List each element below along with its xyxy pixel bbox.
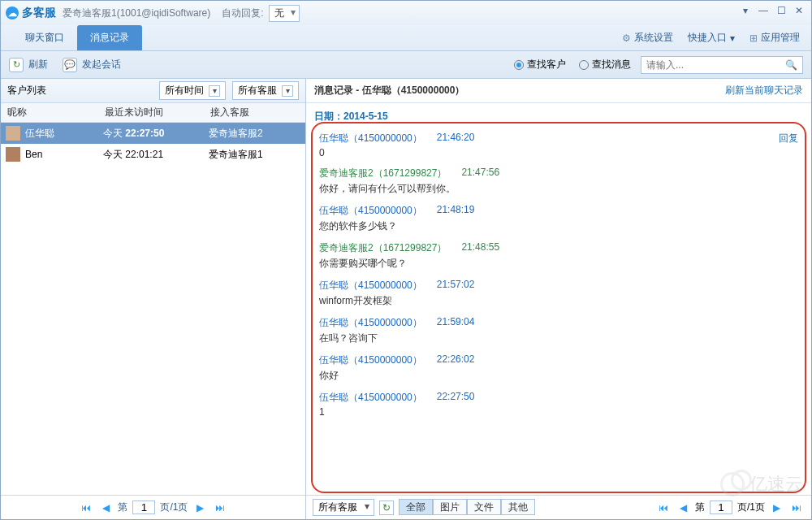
watermark-icon: [720, 472, 745, 496]
message-header: 伍华聪（4150000000）21:48:19: [319, 204, 798, 218]
message-body: winform开发框架: [319, 294, 798, 308]
tab-chat-window[interactable]: 聊天窗口: [12, 25, 77, 50]
app-logo-icon: ☁: [6, 6, 19, 20]
date-header: 日期：2014-5-15: [306, 103, 811, 125]
filter-图片[interactable]: 图片: [433, 499, 467, 515]
message-header: 爱奇迪客服2（1671299827）21:47:56: [319, 167, 798, 180]
maximize-icon[interactable]: ☐: [772, 3, 790, 18]
quick-entry-link[interactable]: 快捷入口▾: [688, 31, 735, 45]
filter-agent-dropdown[interactable]: 所有客服▾: [232, 81, 299, 100]
search-icon[interactable]: 🔍: [780, 59, 802, 71]
avatar: [6, 147, 20, 162]
titlebar: ☁ 多客服 爱奇迪客服1(1001@iqidiSoftware) 自动回复: 无…: [1, 1, 811, 25]
table-row[interactable]: 伍华聪 今天 22:27:50 爱奇迪客服2: [1, 123, 305, 144]
system-settings-link[interactable]: ⚙系统设置: [622, 31, 673, 45]
message-body: 0: [319, 147, 798, 158]
filter-全部[interactable]: 全部: [399, 499, 433, 515]
message-body: 在吗？咨询下: [319, 332, 798, 345]
refresh-button[interactable]: ↻刷新: [9, 58, 48, 72]
pager-input[interactable]: [710, 500, 732, 514]
chevron-down-icon: ▾: [282, 85, 293, 97]
pager-next-icon[interactable]: ▶: [770, 502, 784, 514]
bottom-bar: 所有客服 ↻ 全部图片文件其他 ⏮ ◀ 第 页/1页 ▶ ⏭: [306, 495, 811, 519]
auto-reply-label: 自动回复:: [222, 6, 263, 20]
app-manage-link[interactable]: ⊞应用管理: [749, 31, 800, 45]
avatar: [6, 126, 20, 141]
chevron-down-icon: ▾: [730, 32, 735, 44]
app-title: 多客服: [22, 6, 56, 20]
pager-next-icon[interactable]: ▶: [193, 502, 207, 514]
refresh-icon: ↻: [9, 58, 24, 72]
message-body: 1: [319, 406, 798, 418]
search-box: 🔍: [641, 56, 803, 74]
bottom-agent-dropdown[interactable]: 所有客服: [313, 499, 374, 516]
pager-last-icon[interactable]: ⏭: [212, 502, 228, 514]
radio-find-message-label: 查找消息: [592, 58, 631, 72]
auto-reply: 自动回复: 无: [222, 5, 299, 22]
apps-icon: ⊞: [749, 32, 758, 44]
pager-first-icon[interactable]: ⏮: [655, 502, 672, 514]
message-header: 伍华聪（4150000000）21:46:20回复: [319, 132, 798, 145]
customer-list-panel: 客户列表 所有时间▾ 所有客服▾ 昵称 最近来访时间 接入客服 伍华聪 今天 2…: [1, 79, 306, 519]
message-body: 你好，请问有什么可以帮到你。: [319, 182, 798, 196]
chat-icon: 💬: [63, 58, 77, 72]
reply-link[interactable]: 回复: [779, 132, 798, 145]
watermark: 亿速云: [720, 472, 803, 496]
gear-icon: ⚙: [622, 32, 631, 44]
message-log-panel: 消息记录 - 伍华聪（4150000000） 刷新当前聊天记录 日期：2014-…: [306, 79, 811, 519]
pager-first-icon[interactable]: ⏮: [78, 502, 94, 514]
customer-list-title: 客户列表: [7, 84, 46, 98]
message-header: 伍华聪（4150000000）22:27:50: [319, 391, 798, 405]
col-nickname: 昵称: [1, 103, 98, 122]
message-body: 你好: [319, 369, 798, 383]
message-header: 爱奇迪客服2（1671299827）21:48:55: [319, 241, 798, 255]
customer-rows: 伍华聪 今天 22:27:50 爱奇迪客服2 Ben 今天 22:01:21 爱…: [1, 123, 305, 165]
close-icon[interactable]: ✕: [790, 3, 808, 18]
col-agent: 接入客服: [204, 103, 305, 122]
tab-message-log[interactable]: 消息记录: [77, 25, 142, 50]
filter-文件[interactable]: 文件: [467, 499, 501, 515]
pager-last-icon[interactable]: ⏭: [788, 502, 805, 514]
minimize-icon[interactable]: —: [754, 3, 772, 18]
auto-reply-dropdown[interactable]: 无: [269, 5, 300, 22]
window-dropdown-icon[interactable]: ▾: [736, 3, 754, 18]
message-header: 伍华聪（4150000000）22:26:02: [319, 353, 798, 367]
table-row[interactable]: Ben 今天 22:01:21 爱奇迪客服1: [1, 144, 305, 165]
toolbar: ↻刷新 💬发起会话 查找客户 查找消息 🔍: [1, 51, 811, 79]
left-pager: ⏮ ◀ 第 页/1页 ▶ ⏭: [1, 495, 305, 519]
start-conversation-button[interactable]: 💬发起会话: [63, 58, 121, 72]
pager-prev-icon[interactable]: ◀: [676, 502, 690, 514]
pager-prev-icon[interactable]: ◀: [99, 502, 113, 514]
messages: 伍华聪（4150000000）21:46:20回复0爱奇迪客服2（1671299…: [314, 125, 803, 432]
radio-find-message[interactable]: [579, 60, 589, 70]
message-header: 伍华聪（4150000000）21:59:04: [319, 316, 798, 330]
message-log-title: 消息记录 - 伍华聪（4150000000）: [314, 84, 464, 98]
chevron-down-icon: ▾: [209, 85, 220, 97]
main-tabs-bar: 聊天窗口 消息记录 ⚙系统设置 快捷入口▾ ⊞应用管理: [1, 25, 811, 51]
col-last-visit: 最近来访时间: [98, 103, 204, 122]
radio-find-customer-label: 查找客户: [527, 58, 566, 72]
radio-find-customer[interactable]: [514, 60, 524, 70]
customer-list-header: 昵称 最近来访时间 接入客服: [1, 103, 305, 123]
refresh-log-link[interactable]: 刷新当前聊天记录: [725, 84, 803, 98]
message-body: 你需要购买哪个呢？: [319, 257, 798, 271]
filter-其他[interactable]: 其他: [501, 499, 535, 515]
refresh-icon[interactable]: ↻: [379, 500, 394, 515]
pager-input[interactable]: [132, 500, 155, 514]
message-body: 您的软件多少钱？: [319, 219, 798, 233]
message-header: 伍华聪（4150000000）21:57:02: [319, 279, 798, 292]
account-label: 爱奇迪客服1(1001@iqidiSoftware): [63, 6, 210, 20]
filter-time-dropdown[interactable]: 所有时间▾: [159, 81, 226, 100]
window-controls: ▾ — ☐ ✕: [736, 3, 808, 18]
search-input[interactable]: [641, 57, 780, 73]
